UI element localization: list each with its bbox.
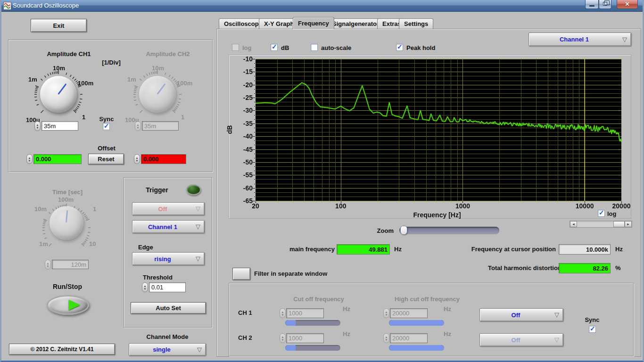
maximize-button[interactable] (599, 0, 611, 9)
knob-needle (58, 83, 66, 95)
app-window: Soundcard Oszilloscope ✕ Exit Amplitude … (0, 0, 644, 362)
knob-scale-label: 100m (78, 80, 93, 87)
offset-ch1-spinner[interactable]: ▲▼ (26, 154, 33, 164)
minimize-button[interactable] (585, 0, 599, 9)
filter-sync-checkbox[interactable] (589, 326, 596, 333)
channel-mode-dropdown[interactable]: single▽ (129, 343, 206, 356)
amplitude-ch1-value[interactable]: 35m (41, 121, 78, 131)
knob-scale-label: 100m (58, 196, 74, 203)
x-tick-label: 1000 (455, 202, 470, 210)
ch1-low-spinner[interactable]: ▲▼ (280, 308, 286, 318)
graph-scrollbar[interactable]: ◄ ► (570, 221, 632, 228)
time-spinner[interactable]: ▲▼ (45, 260, 51, 270)
ch1-low-slider[interactable] (285, 320, 340, 326)
peakhold-checkbox[interactable] (396, 44, 403, 51)
close-button[interactable]: ✕ (617, 0, 638, 9)
edge-label: Edge (138, 244, 176, 251)
chevron-down-icon: ▽ (197, 346, 202, 353)
ch2-high-slider[interactable] (389, 345, 444, 351)
autoscale-checkbox[interactable] (311, 44, 318, 51)
title-bar[interactable]: Soundcard Oszilloscope ✕ (0, 0, 644, 12)
trigger-title: Trigger (138, 186, 176, 194)
knob-scale-label: 1m (39, 240, 48, 247)
knob-scale-label: 1 (93, 206, 96, 213)
maximize-icon (603, 2, 607, 6)
app-icon (3, 2, 11, 10)
amplitude-ch2-knob[interactable] (139, 76, 176, 113)
ch2-low-value[interactable]: 1000 (286, 333, 324, 343)
tab-settings[interactable]: Settings (399, 18, 433, 29)
knob-scale-label: 1m (28, 76, 37, 83)
scroll-left-icon[interactable]: ◄ (570, 221, 577, 227)
ch2-low-slider[interactable] (285, 345, 340, 351)
zoom-slider[interactable] (399, 227, 499, 234)
scrollbar-thumb[interactable] (613, 221, 625, 227)
sync-label: Sync (92, 115, 121, 123)
amplitude-panel: Amplitude CH1 [1/Div] Amplitude CH2 10m … (8, 40, 213, 172)
play-icon (69, 300, 80, 310)
cursor-frequency-value: 10.000k (559, 244, 611, 255)
ch2-high-unit: Hz (444, 330, 451, 337)
main-frequency-unit: Hz (394, 246, 402, 253)
trigger-led (186, 184, 201, 195)
amplitude-ch2-value[interactable]: 35m (142, 121, 179, 131)
ch2-low-spinner[interactable]: ▲▼ (280, 333, 286, 343)
y-tick-label: -60 (229, 184, 253, 192)
spectrum-graph[interactable]: -10-15-20-25-30-35-40-45-50-55-60-65 201… (229, 55, 631, 219)
ch2-high-spinner[interactable]: ▲▼ (383, 333, 389, 343)
tab-frequency[interactable]: Frequency (293, 17, 334, 29)
threshold-value[interactable]: 0.01 (149, 282, 186, 292)
spectrum-canvas[interactable] (229, 55, 631, 218)
offset-label: Offset (84, 145, 129, 152)
cursor-frequency-label: Frequency at cursor position (453, 246, 556, 253)
offset-reset-button[interactable]: Reset (88, 154, 124, 165)
trigger-source-dropdown[interactable]: Channel 1▽ (132, 220, 205, 233)
knob-scale-label: 10m (34, 206, 47, 213)
ch1-high-slider[interactable] (389, 320, 444, 326)
ch1-low-value[interactable]: 1000 (286, 308, 324, 318)
x-tick-label: 20 (252, 202, 259, 210)
chevron-down-icon: ▽ (196, 255, 200, 262)
chevron-down-icon: ▽ (622, 36, 627, 43)
ch2-low-unit: Hz (343, 330, 350, 337)
axis-log-checkbox[interactable] (598, 210, 605, 217)
amplitude-ch1-spinner[interactable]: ▲▼ (34, 121, 41, 131)
slider-fill (285, 320, 296, 326)
trigger-edge-dropdown[interactable]: rising▽ (132, 252, 205, 265)
y-tick-label: -10 (229, 55, 253, 63)
ch1-filter-mode-dropdown[interactable]: Off▽ (479, 308, 563, 321)
filter-window-button[interactable] (232, 268, 250, 280)
knob-needle (157, 83, 165, 95)
runstop-button[interactable] (47, 295, 89, 315)
time-value[interactable]: 120m (52, 260, 89, 269)
ch1-high-value[interactable]: 20000 (390, 308, 428, 318)
zoom-label: Zoom (372, 227, 394, 234)
ch1-high-unit: Hz (444, 305, 451, 313)
channel-select-dropdown[interactable]: Channel 1▽ (528, 33, 631, 46)
exit-button[interactable]: Exit (31, 19, 87, 32)
cursor-frequency-unit: Hz (615, 246, 623, 253)
knob-needle (66, 210, 68, 222)
amplitude-ch1-knob[interactable] (40, 76, 77, 113)
scroll-right-icon[interactable]: ► (625, 221, 632, 227)
time-knob[interactable] (50, 206, 83, 240)
autoset-button[interactable]: Auto Set (131, 302, 206, 314)
ch1-high-spinner[interactable]: ▲▼ (383, 308, 389, 318)
ch2-high-value[interactable]: 20000 (390, 333, 428, 343)
ch2-label: CH 2 (238, 334, 252, 341)
ch2-filter-mode-dropdown[interactable]: Off▽ (479, 333, 563, 346)
offset-ch2-spinner[interactable]: ▲▼ (134, 154, 140, 164)
y-tick-label: -20 (229, 81, 253, 89)
axis-log-label: log (607, 210, 617, 217)
sync-checkbox[interactable] (103, 123, 110, 130)
x-tick-label: 20000 (612, 202, 631, 210)
amplitude-ch2-spinner[interactable]: ▲▼ (135, 121, 141, 131)
trigger-mode-dropdown[interactable]: Off▽ (132, 202, 205, 215)
zoom-slider-thumb[interactable] (400, 226, 407, 235)
db-checkbox[interactable] (271, 44, 278, 51)
offset-ch1-value[interactable]: 0.000 (33, 154, 82, 164)
tab-signalgenerator[interactable]: Signalgenerator (327, 18, 384, 29)
log-checkbox[interactable] (232, 44, 239, 51)
threshold-spinner[interactable]: ▲▼ (142, 282, 148, 292)
offset-ch2-value[interactable]: 0.000 (141, 154, 186, 164)
